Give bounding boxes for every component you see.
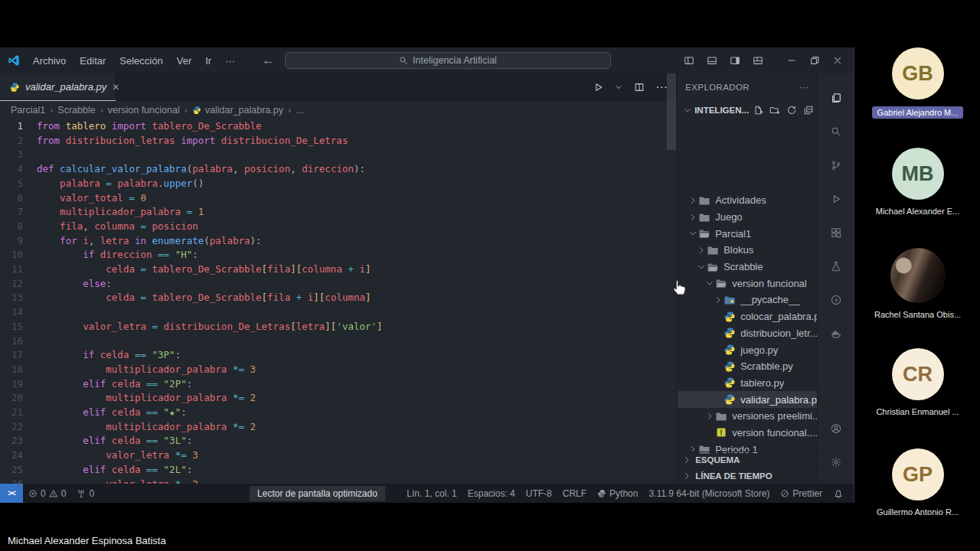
workspace-section-header[interactable]: INTELIGEN... bbox=[678, 101, 817, 119]
code-line[interactable]: 13 celda = tablero_De_Scrabble[fila + i]… bbox=[0, 291, 677, 305]
participant-tile-gabriel-alejandro-m[interactable]: GBGabriel Alejandro M... bbox=[855, 29, 980, 129]
code-line[interactable]: 12 else: bbox=[0, 277, 677, 292]
window-close-button[interactable] bbox=[826, 47, 849, 73]
activity-search-icon[interactable] bbox=[818, 115, 854, 148]
pane-header-esquema[interactable]: ESQUEMA bbox=[678, 452, 817, 468]
status-python[interactable]: Python bbox=[592, 488, 643, 499]
menu-item-[interactable]: ··· bbox=[218, 53, 242, 69]
notifications-bell-icon[interactable] bbox=[828, 488, 849, 499]
participant-tile-guillermo-antonio-r[interactable]: GPGuillermo Antonio R... bbox=[855, 430, 980, 530]
tree-item-validar-palabra-py[interactable]: validar_palabra.py bbox=[678, 391, 817, 408]
tree-item-blokus[interactable]: Blokus bbox=[678, 242, 817, 259]
tree-item-colocar-palabra-py[interactable]: colocar_palabra.py bbox=[678, 308, 817, 325]
code-line[interactable]: 21 elif celda == "★": bbox=[0, 406, 677, 420]
code-line[interactable]: 22 multiplicador_palabra *= 2 bbox=[0, 420, 677, 435]
breadcrumb-item-version-funcional[interactable]: version funcional bbox=[108, 105, 180, 116]
participant-tile-michael-alexander-e[interactable]: MBMichael Alexander E... bbox=[855, 129, 980, 230]
activity-account-icon[interactable] bbox=[818, 412, 854, 445]
tree-item-parcial1[interactable]: Parcial1 bbox=[678, 225, 817, 242]
activity-debug-icon[interactable] bbox=[818, 182, 854, 216]
code-line[interactable]: 26 valor_letra *= 2 bbox=[0, 478, 677, 484]
code-line[interactable]: 3 bbox=[0, 148, 677, 162]
tree-item-tablero-py[interactable]: tablero.py bbox=[678, 375, 817, 392]
status-prettier[interactable]: Prettier bbox=[775, 488, 828, 499]
code-line[interactable]: 5 palabra = palabra.upper() bbox=[0, 177, 677, 191]
status-utf-8[interactable]: UTF-8 bbox=[521, 488, 557, 499]
code-editor[interactable]: 1from tablero import tablero_De_Scrabble… bbox=[0, 119, 677, 484]
tab-close-icon[interactable]: ✕ bbox=[112, 82, 119, 93]
activity-beaker-icon[interactable] bbox=[818, 249, 854, 283]
customize-layout-button[interactable] bbox=[746, 47, 769, 73]
code-line[interactable]: 9 for i, letra in enumerate(palabra): bbox=[0, 234, 677, 249]
code-line[interactable]: 15 valor_letra = distribucion_De_Letras[… bbox=[0, 320, 677, 334]
activity-source-control-icon[interactable] bbox=[818, 148, 854, 182]
new-folder-button[interactable] bbox=[769, 105, 780, 116]
run-dropdown-icon[interactable] bbox=[614, 83, 623, 92]
code-line[interactable]: 20 multiplicador_palabra *= 2 bbox=[0, 391, 677, 406]
collapse-folders-button[interactable] bbox=[803, 105, 814, 116]
remote-indicator[interactable]: >< bbox=[0, 484, 23, 503]
code-line[interactable]: 6 valor_total = 0 bbox=[0, 191, 677, 206]
breadcrumb-item-validar-palabra-py[interactable]: validar_palabra.py bbox=[192, 105, 283, 116]
tree-item-actividades[interactable]: Actividades bbox=[678, 192, 817, 209]
tree-item-juego[interactable]: Juego bbox=[678, 209, 817, 226]
code-line[interactable]: 17 if celda == "3P": bbox=[0, 348, 677, 363]
window-restore-button[interactable] bbox=[803, 47, 826, 73]
tree-item-distribucion-letr[interactable]: distribucion_letr... bbox=[678, 325, 817, 342]
status-l-n-1-col-1[interactable]: Lín. 1, col. 1 bbox=[401, 488, 462, 499]
tree-item-juego-py[interactable]: juego.py bbox=[678, 341, 817, 358]
menu-item-archivo[interactable]: Archivo bbox=[26, 53, 73, 69]
activity-files-icon[interactable] bbox=[818, 81, 854, 115]
breadcrumb-item-scrabble[interactable]: Scrabble bbox=[57, 105, 95, 116]
status-crlf[interactable]: CRLF bbox=[557, 488, 592, 499]
participant-tile-rachel-santana-obis[interactable]: Rachel Santana Obis... bbox=[855, 230, 980, 330]
editor-scrollbar[interactable] bbox=[667, 73, 676, 150]
command-center-search[interactable]: Inteligencia Artificial bbox=[285, 52, 611, 69]
code-line[interactable]: 19 elif celda == "2P": bbox=[0, 377, 677, 392]
menu-item-ver[interactable]: Ver bbox=[170, 53, 199, 69]
code-line[interactable]: 25 elif celda == "2L": bbox=[0, 463, 677, 478]
code-line[interactable]: 8 fila, columna = posicion bbox=[0, 220, 677, 234]
refresh-explorer-button[interactable] bbox=[786, 105, 797, 116]
ports-status[interactable]: 0 bbox=[71, 488, 100, 499]
menu-item-ir[interactable]: Ir bbox=[198, 53, 218, 69]
tree-item-pycache[interactable]: __pycache__ bbox=[678, 292, 817, 308]
tree-item-version-funcional[interactable]: version funcional.... bbox=[678, 425, 817, 442]
code-line[interactable]: 1from tablero import tablero_De_Scrabble bbox=[0, 119, 677, 134]
window-minimize-button[interactable] bbox=[780, 47, 803, 73]
tree-item-versiones-preelimi[interactable]: versiones preelimi... bbox=[678, 408, 817, 425]
code-line[interactable]: 10 if direccion == "H": bbox=[0, 248, 677, 262]
pane-header-l-nea-de-tiempo[interactable]: LÍNEA DE TIEMPO bbox=[678, 468, 817, 484]
code-line[interactable]: 23 elif celda == "3L": bbox=[0, 434, 677, 448]
new-file-button[interactable] bbox=[753, 105, 763, 116]
tab-validar-palabra[interactable]: validar_palabra.py ✕ bbox=[0, 73, 116, 101]
code-line[interactable]: 18 multiplicador_palabra *= 3 bbox=[0, 363, 677, 377]
split-editor-button[interactable] bbox=[634, 82, 645, 93]
layout-sidebar-right-button[interactable] bbox=[724, 47, 746, 73]
code-line[interactable]: 4def calcular_valor_palabra(palabra, pos… bbox=[0, 162, 677, 177]
activity-settings-icon[interactable] bbox=[818, 445, 854, 479]
code-line[interactable]: 7 multiplicador_palabra = 1 bbox=[0, 205, 677, 220]
tree-item-version-funcional[interactable]: version funcional bbox=[678, 275, 817, 292]
layout-panel-bottom-button[interactable] bbox=[701, 47, 724, 73]
breadcrumb-item-[interactable]: ... bbox=[296, 105, 303, 116]
activity-lightning-icon[interactable] bbox=[818, 283, 854, 317]
tree-item-scrabble-py[interactable]: Scrabble.py bbox=[678, 358, 817, 375]
menu-item-selecci-n[interactable]: Selección bbox=[113, 53, 169, 69]
status-3-11-9-64-bit-microsoft-store[interactable]: 3.11.9 64-bit (Microsoft Store) bbox=[643, 488, 775, 499]
code-line[interactable]: 14 bbox=[0, 305, 677, 320]
activity-extensions-icon[interactable] bbox=[818, 216, 854, 249]
run-button[interactable] bbox=[593, 82, 603, 93]
menu-item-editar[interactable]: Editar bbox=[73, 53, 113, 69]
code-line[interactable]: 16 bbox=[0, 334, 677, 349]
problems-status[interactable]: 00 bbox=[23, 488, 71, 499]
status-espacios-4[interactable]: Espacios: 4 bbox=[462, 488, 521, 499]
activity-docker-icon[interactable] bbox=[818, 317, 854, 350]
participant-tile-christian-enmanuel[interactable]: CRChristian Enmanuel ... bbox=[855, 330, 980, 430]
explorer-more-button[interactable]: ··· bbox=[799, 83, 809, 92]
nav-back-icon[interactable]: ← bbox=[262, 54, 274, 67]
code-line[interactable]: 24 valor_letra *= 3 bbox=[0, 448, 677, 463]
layout-panel-left-button[interactable] bbox=[678, 47, 701, 73]
code-line[interactable]: 11 celda = tablero_De_Scrabble[fila][col… bbox=[0, 262, 677, 277]
code-line[interactable]: 2from distribucion_letras import distrib… bbox=[0, 134, 677, 148]
